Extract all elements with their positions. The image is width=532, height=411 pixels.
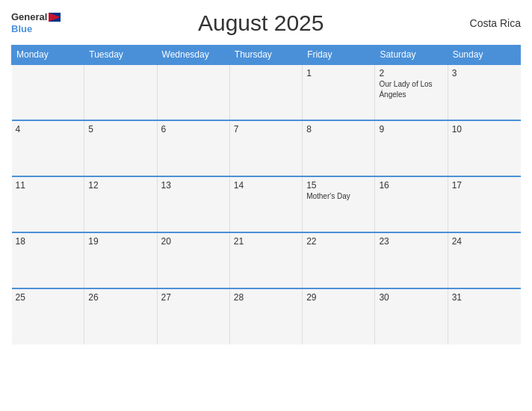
day-number: 2 <box>379 68 443 78</box>
day-number: 13 <box>161 180 226 191</box>
day-number: 15 <box>306 180 371 191</box>
calendar-cell: 11 <box>12 176 84 232</box>
calendar-cell: 7 <box>229 120 302 176</box>
calendar-cell: 24 <box>448 232 520 288</box>
weekday-header-row: Monday Tuesday Wednesday Thursday Friday… <box>12 46 521 65</box>
calendar-cell: 2Our Lady of Los Ángeles <box>375 64 448 120</box>
calendar-cell: 15Mother's Day <box>303 176 375 232</box>
day-number: 23 <box>379 236 443 247</box>
calendar-cell: 27 <box>157 288 229 344</box>
day-number: 6 <box>161 124 226 135</box>
day-number: 31 <box>452 292 517 303</box>
header-wednesday: Wednesday <box>157 46 229 65</box>
header-thursday: Thursday <box>229 46 302 65</box>
calendar-cell: 28 <box>229 288 302 344</box>
calendar-cell: 13 <box>157 176 229 232</box>
header-tuesday: Tuesday <box>84 46 157 65</box>
header-friday: Friday <box>303 46 375 65</box>
day-number: 24 <box>452 236 517 247</box>
calendar-week-row: 1112131415Mother's Day1617 <box>12 176 521 232</box>
calendar-cell: 5 <box>84 120 157 176</box>
calendar-title: August 2025 <box>61 10 461 36</box>
day-number: 22 <box>306 236 371 247</box>
logo-flag-icon <box>49 13 61 22</box>
day-number: 11 <box>16 180 81 191</box>
day-number: 26 <box>88 292 152 303</box>
calendar-cell: 6 <box>157 120 229 176</box>
calendar-week-row: 18192021222324 <box>12 232 521 288</box>
calendar-cell: 16 <box>375 176 448 232</box>
day-number: 21 <box>234 236 298 247</box>
calendar-week-row: 12Our Lady of Los Ángeles3 <box>12 64 521 120</box>
calendar-cell: 9 <box>375 120 448 176</box>
header-sunday: Sunday <box>448 46 520 65</box>
calendar-week-row: 25262728293031 <box>12 288 521 344</box>
calendar-cell: 14 <box>229 176 302 232</box>
holiday-text: Our Lady of Los Ángeles <box>379 80 432 99</box>
day-number: 4 <box>16 124 81 135</box>
calendar-cell: 23 <box>375 232 448 288</box>
holiday-text: Mother's Day <box>306 192 350 200</box>
day-number: 16 <box>379 180 443 191</box>
calendar-cell: 22 <box>303 232 375 288</box>
calendar-cell: 17 <box>448 176 520 232</box>
day-number: 29 <box>306 292 371 303</box>
logo-general-text: General <box>11 11 47 23</box>
calendar-cell <box>12 64 84 120</box>
day-number: 20 <box>161 236 226 247</box>
day-number: 28 <box>234 292 298 303</box>
calendar-header: General Blue August 2025 Costa Rica <box>11 7 521 39</box>
day-number: 9 <box>379 124 443 135</box>
day-number: 7 <box>234 124 298 135</box>
calendar-cell: 30 <box>375 288 448 344</box>
day-number: 14 <box>234 180 298 191</box>
calendar-cell: 18 <box>12 232 84 288</box>
day-number: 5 <box>88 124 152 135</box>
calendar-cell <box>84 64 157 120</box>
calendar-week-row: 45678910 <box>12 120 521 176</box>
country-name: Costa Rica <box>461 17 521 29</box>
day-number: 10 <box>452 124 517 135</box>
day-number: 25 <box>16 292 81 303</box>
calendar-cell: 4 <box>12 120 84 176</box>
calendar-cell: 3 <box>448 64 520 120</box>
calendar-cell: 19 <box>84 232 157 288</box>
calendar-cell <box>229 64 302 120</box>
calendar-cell: 26 <box>84 288 157 344</box>
header-saturday: Saturday <box>375 46 448 65</box>
day-number: 27 <box>161 292 226 303</box>
day-number: 8 <box>306 124 371 135</box>
day-number: 30 <box>379 292 443 303</box>
calendar-cell: 8 <box>303 120 375 176</box>
calendar-cell: 29 <box>303 288 375 344</box>
header-monday: Monday <box>12 46 84 65</box>
day-number: 3 <box>452 68 517 78</box>
calendar-table: Monday Tuesday Wednesday Thursday Friday… <box>11 45 521 344</box>
calendar-cell: 31 <box>448 288 520 344</box>
day-number: 1 <box>306 68 371 78</box>
calendar-cell: 1 <box>303 64 375 120</box>
calendar-cell: 25 <box>12 288 84 344</box>
calendar-cell: 12 <box>84 176 157 232</box>
calendar-cell: 20 <box>157 232 229 288</box>
logo-blue-text: Blue <box>11 23 32 35</box>
calendar-cell: 21 <box>229 232 302 288</box>
day-number: 17 <box>452 180 517 191</box>
calendar-page: General Blue August 2025 Costa Rica Mond… <box>0 0 532 411</box>
calendar-cell <box>157 64 229 120</box>
day-number: 18 <box>16 236 81 247</box>
calendar-body: 12Our Lady of Los Ángeles345678910111213… <box>12 64 521 344</box>
day-number: 12 <box>88 180 152 191</box>
day-number: 19 <box>88 236 152 247</box>
logo: General Blue <box>11 11 61 34</box>
calendar-cell: 10 <box>448 120 520 176</box>
